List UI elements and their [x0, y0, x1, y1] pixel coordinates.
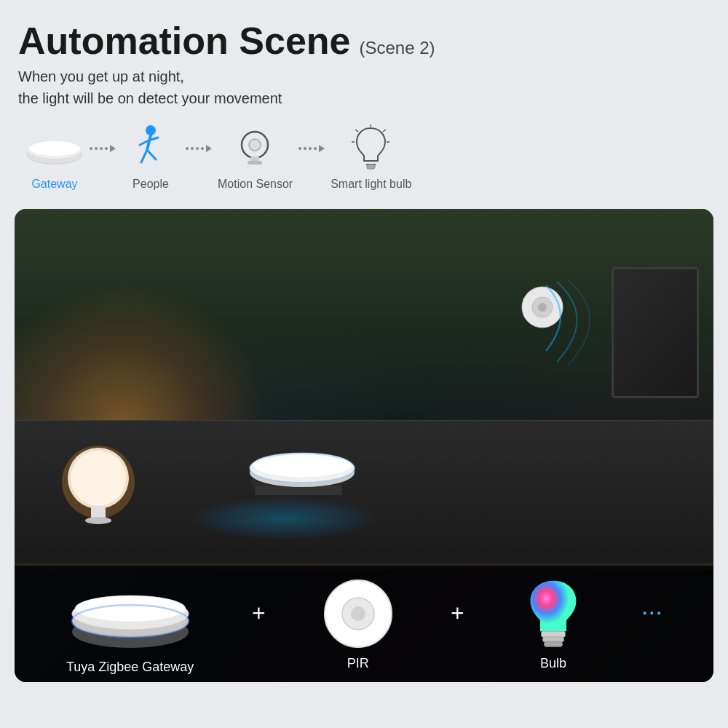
- plus-1: +: [252, 600, 266, 627]
- arrow-1: [90, 145, 116, 152]
- arrow-3: [298, 145, 325, 152]
- product-gateway: Tuya Zigbee Gateway: [65, 574, 196, 675]
- svg-line-7: [141, 150, 147, 162]
- smart-bulb-icon: [342, 122, 400, 173]
- bulb-product-label: Bulb: [540, 656, 566, 671]
- plus-2: +: [451, 600, 464, 627]
- page-container: Automation Scene (Scene 2) When you get …: [0, 0, 728, 728]
- svg-point-3: [146, 125, 156, 135]
- svg-rect-15: [367, 165, 375, 169]
- arrow-2: [186, 145, 212, 152]
- motion-sensor-icon: [226, 122, 285, 173]
- svg-line-4: [147, 135, 151, 150]
- flow-item-motion-sensor: Motion Sensor: [218, 122, 293, 191]
- product-pir: PIR: [322, 577, 395, 671]
- pir-product-label: PIR: [347, 656, 369, 671]
- people-icon: [122, 122, 180, 173]
- gateway-product-label: Tuya Zigbee Gateway: [66, 660, 194, 675]
- description: When you get up at night, the light will…: [18, 66, 710, 109]
- svg-rect-12: [248, 161, 262, 165]
- motion-sensor-label: Motion Sensor: [218, 178, 293, 191]
- bottom-product-bar: Tuya Zigbee Gateway + PIR +: [15, 566, 713, 682]
- svg-point-26: [71, 451, 126, 506]
- svg-line-18: [383, 130, 386, 132]
- title-row: Automation Scene (Scene 2): [18, 22, 710, 60]
- svg-rect-44: [543, 636, 564, 641]
- flow-item-smart-bulb: Smart light bulb: [331, 122, 411, 191]
- room-photo: Tuya Zigbee Gateway + PIR +: [15, 209, 713, 682]
- gateway-on-table: [240, 442, 357, 515]
- svg-point-42: [351, 606, 365, 621]
- main-title: Automation Scene: [18, 22, 351, 60]
- scene-label: (Scene 2): [360, 38, 435, 58]
- flow-item-people: People: [122, 122, 180, 191]
- product-bulb: Bulb: [521, 577, 586, 671]
- svg-point-10: [249, 139, 261, 151]
- people-label: People: [132, 178, 169, 191]
- signal-waves: [539, 278, 626, 376]
- flow-diagram: Gateway: [18, 122, 710, 191]
- lamp-on-table: [58, 427, 138, 522]
- gateway-icon: [25, 122, 84, 173]
- gateway-label: Gateway: [31, 178, 77, 191]
- more-dots[interactable]: ···: [642, 603, 663, 623]
- flow-item-gateway: Gateway: [25, 122, 84, 191]
- svg-line-8: [147, 150, 156, 159]
- svg-line-17: [355, 130, 358, 132]
- smart-bulb-label: Smart light bulb: [331, 178, 411, 191]
- svg-rect-43: [542, 631, 565, 637]
- svg-point-2: [28, 141, 80, 156]
- top-section: Automation Scene (Scene 2) When you get …: [15, 15, 713, 209]
- svg-point-28: [85, 517, 111, 524]
